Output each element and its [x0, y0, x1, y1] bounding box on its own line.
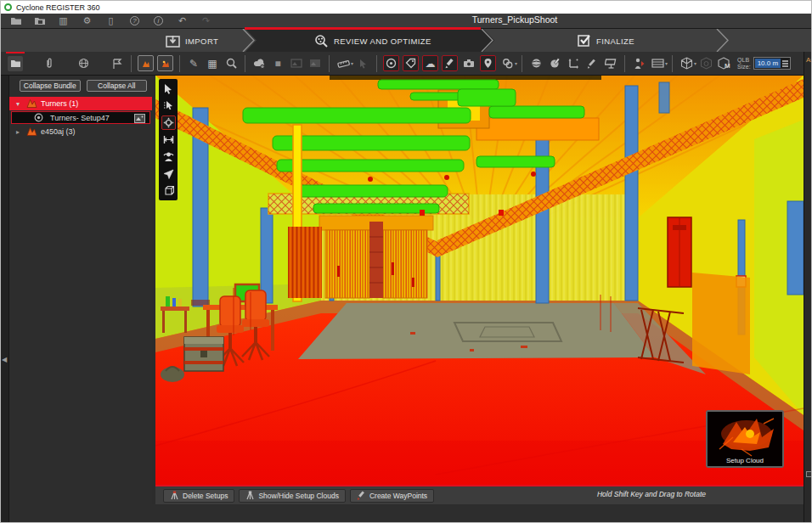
create-waypoints-button[interactable]: Create WayPoints — [350, 489, 434, 503]
bundle-icon — [26, 127, 37, 137]
show-hide-setup-clouds-button[interactable]: Show/Hide Setup Clouds — [239, 489, 346, 503]
assets-tab-label[interactable]: Ass — [806, 56, 812, 64]
visual-align-globe-icon[interactable] — [528, 56, 544, 71]
pano-view-icon[interactable] — [289, 56, 304, 71]
undo-icon[interactable]: ↶ — [176, 15, 189, 27]
measure-ruler-icon[interactable] — [336, 56, 351, 71]
settings-gear-icon[interactable]: ⚙ — [81, 15, 93, 27]
open-project-icon[interactable] — [9, 15, 22, 27]
workflow-separator — [481, 29, 496, 52]
table-view-icon[interactable] — [650, 56, 665, 71]
app-title: Cyclone REGISTER 360 — [16, 3, 100, 12]
link-dropdown-icon[interactable]: ▾ — [515, 60, 517, 66]
project-title: Turners_PickupShoot — [383, 14, 646, 25]
render-cube-m-icon[interactable]: M — [717, 56, 732, 71]
setup-person-view-tool[interactable] — [161, 149, 176, 164]
axes-tool-icon[interactable] — [566, 56, 581, 71]
waypoint-pencil-icon — [357, 491, 366, 500]
delete-setups-button[interactable]: Delete Setups — [163, 489, 234, 503]
point-cloud-viewport[interactable]: Setup Cloud — [155, 76, 804, 485]
fly-navigation-tool[interactable] — [161, 166, 176, 181]
device-icon[interactable]: ▯ — [104, 15, 117, 27]
review-toolbar: ✎ ▦ ■ ▾ ☁ — [1, 52, 804, 76]
tree-item-bundle-e450aj[interactable]: ▸ e450aj (3) — [9, 125, 152, 138]
pin-toggle-icon[interactable] — [480, 55, 496, 71]
orbit-pan-tool[interactable] — [161, 115, 176, 130]
bundle-cloud-button[interactable] — [138, 55, 154, 71]
setup-cloud-inset[interactable]: Setup Cloud — [706, 410, 784, 468]
expand-thumbnail-icon[interactable] — [806, 471, 812, 477]
qlb-size-value: 10.0 m — [755, 59, 781, 68]
tripod-icon — [170, 491, 179, 500]
save-project-icon[interactable] — [33, 15, 46, 27]
viewport-toolstrip — [159, 79, 178, 200]
sites-tab-globe-icon[interactable] — [76, 56, 91, 71]
collapse-bundle-button[interactable]: Collapse Bundle — [20, 80, 81, 92]
tab-review-and-optimize[interactable]: REVIEW AND OPTIMIZE — [314, 32, 431, 49]
app-window: Cyclone REGISTER 360 ▥ ⚙ ▯ ? i ↶ ↷ Turne… — [0, 0, 812, 523]
marks-tab-flag-icon[interactable] — [110, 56, 125, 71]
info-icon[interactable]: i — [152, 15, 165, 27]
render-cube-dim-icon[interactable] — [698, 56, 713, 71]
marker-pencil-toggle-icon[interactable] — [442, 55, 458, 71]
pick-cursor-icon[interactable] — [355, 56, 370, 71]
multi-select-cursor-tool[interactable] — [161, 98, 176, 113]
cloud-toggle-icon[interactable]: ☁ — [422, 55, 438, 71]
zoom-region-icon[interactable] — [223, 56, 239, 71]
review-icon — [314, 34, 329, 48]
tab-import[interactable]: IMPORT — [166, 32, 218, 49]
setup-icon — [34, 113, 43, 122]
link-tool-icon[interactable] — [499, 56, 515, 71]
links-tab-paperclip-icon[interactable] — [42, 56, 57, 71]
qlb-size-label: QLB Size: — [737, 57, 751, 70]
measure-tool[interactable] — [161, 132, 176, 147]
project-tab-folder-icon[interactable] — [8, 56, 23, 71]
table-view-dropdown-icon[interactable]: ▾ — [665, 60, 668, 66]
caret-down-icon[interactable]: ▾ — [16, 100, 23, 108]
select-cursor-tool[interactable] — [161, 82, 176, 96]
svg-text:M: M — [725, 62, 730, 70]
edit-globe-icon[interactable] — [547, 56, 562, 71]
setup-person-icon[interactable] — [631, 56, 646, 71]
workflow-separator — [242, 29, 257, 52]
target-toggle-icon[interactable] — [383, 55, 399, 71]
pano-thumbnail-icon[interactable] — [134, 114, 145, 123]
draw-pencil-icon[interactable]: ✎ — [186, 56, 201, 71]
tag-toggle-icon[interactable] — [403, 55, 419, 71]
viewport-frames-icon[interactable]: ▦ — [205, 56, 220, 71]
camera-button-icon[interactable] — [461, 56, 476, 71]
cloud-link-icon[interactable] — [251, 56, 267, 71]
pen-tool-icon[interactable] — [584, 56, 600, 71]
caret-right-icon[interactable]: ▸ — [16, 128, 23, 136]
tab-finalize[interactable]: FINALIZE — [578, 32, 634, 49]
view-cube-tool[interactable] — [161, 183, 176, 198]
collapse-panel-arrow-icon[interactable]: ◀ — [2, 356, 7, 363]
cut-plane-icon[interactable] — [603, 56, 618, 71]
render-cube-dropdown-icon[interactable]: ▾ — [694, 60, 696, 66]
assets-panel-strip[interactable]: Ass — [804, 52, 812, 523]
tree-item-bundle-turners[interactable]: ▾ Turners (1) — [9, 97, 152, 110]
rotate-hint-text: Hold Shift Key and Drag to Rotate — [597, 490, 706, 498]
workflow-separator — [716, 29, 731, 52]
bundle-image-button[interactable] — [157, 55, 173, 71]
redo-icon[interactable]: ↷ — [200, 15, 212, 27]
bundle-icon — [26, 98, 37, 109]
workflow-active-indicator — [245, 27, 481, 30]
pano-view-2-icon[interactable] — [307, 56, 323, 71]
black-square-icon[interactable]: ■ — [270, 56, 285, 71]
project-tree-panel: Collapse Bundle Collapse All ▾ Turners (… — [9, 76, 152, 523]
tripod-icon — [245, 491, 255, 500]
finalize-icon — [578, 34, 591, 48]
tree-item-setup47[interactable]: Turners- Setup47 — [11, 111, 150, 124]
qlb-stepper[interactable] — [782, 60, 790, 67]
measure-dropdown-icon[interactable]: ▾ — [351, 60, 353, 66]
collapse-all-button[interactable]: Collapse All — [87, 80, 148, 92]
inset-label: Setup Cloud — [708, 457, 782, 464]
import-data-icon[interactable]: ▥ — [57, 15, 70, 27]
render-cube-icon[interactable] — [679, 56, 694, 71]
help-icon[interactable]: ? — [128, 15, 141, 27]
status-area — [152, 504, 804, 523]
os-titlebar: Cyclone REGISTER 360 — [1, 1, 811, 14]
qlb-size-input[interactable]: 10.0 m — [753, 57, 791, 70]
app-logo-icon — [4, 3, 12, 11]
